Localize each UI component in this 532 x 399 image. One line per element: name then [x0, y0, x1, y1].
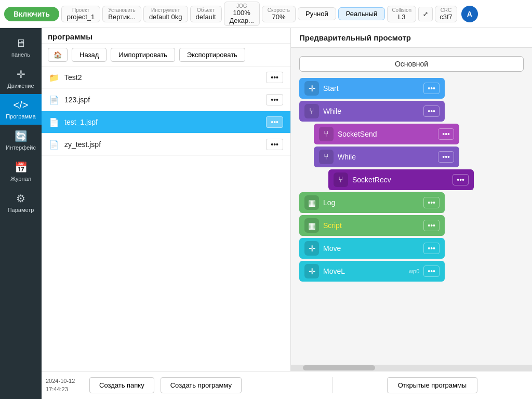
sidebar-label-program: Программа [6, 113, 36, 119]
object-value: default [196, 13, 216, 21]
block-movel-label: MoveL [323, 267, 404, 275]
file-panel-title: программы [42, 28, 290, 44]
speed-group: Скорость 70% [262, 6, 296, 22]
block-log[interactable]: ▦ Log ••• [299, 192, 445, 213]
file-item-test1[interactable]: 📄 test_1.jspf ••• [42, 111, 290, 134]
dekar-value: Декар... [230, 17, 254, 24]
block-start-label: Start [323, 84, 419, 92]
jog-label: JOG [236, 3, 247, 9]
sidebar-label-interface: Интерфейс [6, 144, 36, 151]
panel-icon: 🖥 [16, 37, 26, 49]
block-row-while2: ⑂ While ••• [299, 147, 524, 167]
block-while2[interactable]: ⑂ While ••• [314, 147, 459, 167]
enable-button[interactable]: Включить [4, 7, 59, 21]
block-movel[interactable]: ✛ MoveL wp0 ••• [299, 261, 445, 282]
file-item-test2[interactable]: 📁 Test2 ••• [42, 66, 290, 89]
block-log-more[interactable]: ••• [423, 197, 440, 208]
bottom-file-actions: Создать папку Создать программу [83, 377, 332, 393]
main-layout: 🖥 панель ✛ Движение </> Программа 🔄 Инте… [0, 28, 532, 399]
jog-value: 100% [233, 9, 250, 17]
crc-group: CRC c3f7 [435, 6, 457, 22]
sidebar: 🖥 панель ✛ Движение </> Программа 🔄 Инте… [0, 28, 42, 399]
while2-icon: ⑂ [319, 150, 334, 164]
block-row-move: ✛ Move ••• [299, 238, 524, 259]
file-panel: программы 🏠 Назад Импортировать Экспорти… [42, 28, 291, 371]
export-button[interactable]: Экспортировать [179, 48, 245, 62]
block-start-more[interactable]: ••• [423, 83, 440, 94]
sidebar-item-motion[interactable]: ✛ Движение [0, 63, 42, 94]
jog-group: JOG 100% Декар... [224, 2, 260, 26]
sidebar-label-param: Параметр [8, 207, 34, 213]
sidebar-label-panel: панель [11, 51, 30, 58]
create-folder-button[interactable]: Создать папку [89, 377, 154, 393]
file-more-button[interactable]: ••• [266, 139, 283, 150]
interface-icon: 🔄 [15, 130, 28, 142]
block-socketsend-label: SocketSend [338, 130, 434, 138]
block-script-more[interactable]: ••• [423, 220, 440, 231]
home-button[interactable]: 🏠 [48, 48, 68, 62]
speed-value: 70% [272, 13, 285, 21]
tool-value: default 0kg [149, 13, 182, 21]
file-item-name: Test2 [64, 73, 266, 82]
back-button[interactable]: Назад [72, 48, 107, 62]
expand-button[interactable]: ⤢ [418, 7, 433, 21]
file-panel-actions: 🏠 Назад Импортировать Экспортировать [42, 44, 290, 66]
sidebar-item-panel[interactable]: 🖥 панель [0, 32, 42, 63]
object-label: Объект [197, 7, 215, 13]
create-program-button[interactable]: Создать программу [161, 377, 242, 393]
manual-button[interactable]: Ручной [298, 7, 336, 20]
crc-value: c3f7 [440, 13, 453, 21]
bottom-preview-actions: Открытые программы [332, 377, 532, 393]
real-button[interactable]: Реальный [338, 7, 385, 20]
file-more-button[interactable]: ••• [266, 116, 283, 128]
program-root-label: Основной [299, 56, 524, 72]
block-move-more[interactable]: ••• [423, 243, 440, 254]
topbar: Включить Проект project_1 Установить Вер… [0, 0, 532, 28]
block-socketrecv[interactable]: ⑂ SocketRecv ••• [328, 169, 474, 190]
block-script[interactable]: ▦ Script ••• [299, 215, 445, 236]
block-while2-label: While [338, 153, 434, 161]
param-icon: ⚙ [16, 192, 25, 205]
file-item-123[interactable]: 📄 123.jspf ••• [42, 89, 290, 111]
block-while2-more[interactable]: ••• [438, 151, 454, 163]
open-programs-button[interactable]: Открытые программы [387, 377, 477, 393]
block-socketrecv-more[interactable]: ••• [453, 174, 469, 185]
block-while1[interactable]: ⑂ While ••• [299, 101, 445, 122]
block-while1-more[interactable]: ••• [423, 105, 440, 117]
collision-group: Collision L3 [387, 6, 416, 22]
script-icon: ▦ [304, 218, 319, 233]
project-group: Проект project_1 [61, 6, 100, 22]
file-more-button[interactable]: ••• [266, 94, 283, 105]
start-icon: ✛ [304, 81, 319, 96]
file-item-zy-test[interactable]: 📄 zy_test.jspf ••• [42, 134, 290, 156]
block-script-label: Script [323, 221, 419, 230]
preview-scrollbar[interactable] [291, 365, 532, 371]
import-button[interactable]: Импортировать [111, 48, 175, 62]
sidebar-item-program[interactable]: </> Программа [0, 94, 42, 125]
tool-label: Инструмент [151, 7, 180, 13]
journal-icon: 📅 [15, 161, 28, 174]
file-icon: 📄 [49, 117, 59, 127]
collision-value: L3 [398, 13, 405, 21]
block-socketrecv-label: SocketRecv [352, 176, 448, 184]
sidebar-item-param[interactable]: ⚙ Параметр [0, 187, 42, 218]
block-socketsend[interactable]: ⑂ SocketSend ••• [314, 124, 459, 144]
file-item-name: test_1.jspf [64, 118, 266, 126]
avatar[interactable]: A [461, 6, 478, 22]
block-movel-more[interactable]: ••• [423, 265, 440, 277]
file-more-button[interactable]: ••• [266, 72, 283, 83]
block-log-label: Log [323, 198, 419, 207]
block-socketsend-more[interactable]: ••• [438, 128, 454, 140]
sidebar-item-journal[interactable]: 📅 Журнал [0, 156, 42, 187]
install-value: Вертик... [108, 13, 136, 21]
file-icon: 📄 [49, 140, 59, 150]
collision-label: Collision [392, 7, 411, 13]
block-start[interactable]: ✛ Start ••• [299, 78, 445, 99]
sidebar-item-interface[interactable]: 🔄 Интерфейс [0, 125, 42, 156]
move-icon: ✛ [304, 241, 319, 256]
block-move[interactable]: ✛ Move ••• [299, 238, 445, 259]
socketsend-icon: ⑂ [319, 127, 334, 141]
project-value: project_1 [67, 13, 95, 21]
crc-label: CRC [441, 7, 452, 13]
socketrecv-icon: ⑂ [334, 172, 348, 187]
